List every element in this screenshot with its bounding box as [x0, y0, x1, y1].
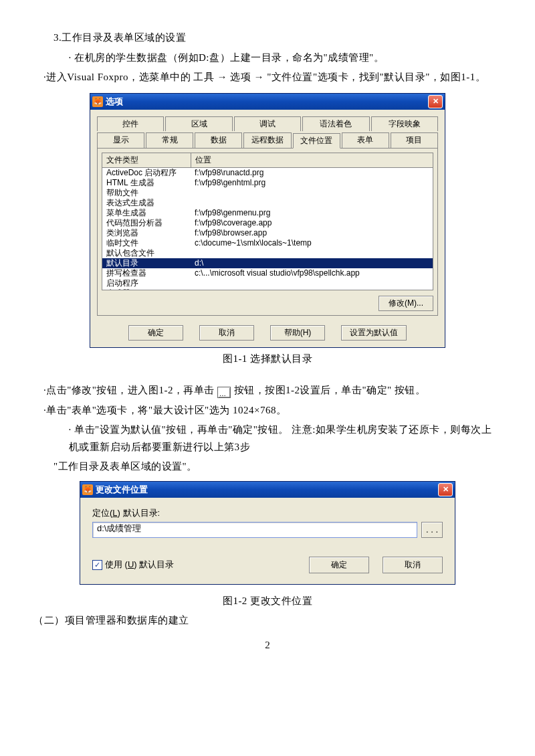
- col-filetype[interactable]: 文件类型: [102, 153, 191, 167]
- tabs-bottom-row: 显示 常规 数据 远程数据 文件位置 表单 项目: [97, 132, 438, 148]
- list-item: 临时文件c:\docume~1\smlx\locals~1\temp: [102, 238, 433, 248]
- modify-button[interactable]: 修改(M)...: [379, 296, 433, 311]
- list-item: 类浏览器f:\vfp98\browser.app: [102, 228, 433, 238]
- caption-2: 图1-2 更改文件位置: [33, 593, 502, 610]
- list-item: 生成器f:\vfp98\builder.app: [102, 288, 433, 290]
- list-item: 启动程序: [102, 278, 433, 288]
- tab-remotedata[interactable]: 远程数据: [243, 132, 291, 148]
- page-number: 2: [33, 640, 502, 651]
- list-item: 菜单生成器f:\vfp98\genmenu.prg: [102, 208, 433, 218]
- file-list[interactable]: ActiveDoc 启动程序f:\vfp98\runactd.prg HTML …: [102, 168, 433, 290]
- dialog2-title: 更改文件位置: [96, 484, 438, 496]
- para-2: ·进入Visual Foxpro，选菜单中的 工具 → 选项 → "文件位置"选…: [33, 69, 502, 86]
- locate-label: 定位(L) 默认目录:: [92, 507, 443, 519]
- list-item-selected: 默认目录d:\: [102, 258, 433, 268]
- list-item: 代码范围分析器f:\vfp98\coverage.app: [102, 218, 433, 228]
- app-icon: 🦊: [82, 484, 93, 495]
- section-2: （二）项目管理器和数据库的建立: [33, 612, 502, 630]
- col-location[interactable]: 位置: [191, 153, 433, 167]
- titlebar: 🦊 选项 ✕: [90, 94, 445, 110]
- modify-row: 修改(M)...: [102, 296, 433, 311]
- checkbox-label: 使用 (U) 默认目录: [105, 559, 174, 571]
- app-icon: 🦊: [92, 96, 103, 107]
- list-item: 拼写检查器c:\...\microsoft visual studio\vfp9…: [102, 268, 433, 278]
- browse-button[interactable]: . . .: [421, 522, 443, 538]
- tab-general[interactable]: 常规: [146, 132, 193, 148]
- tab-data[interactable]: 数据: [195, 132, 242, 148]
- help-button[interactable]: 帮助(H): [270, 325, 325, 341]
- list-item: 表达式生成器: [102, 198, 433, 208]
- path-input[interactable]: d:\成绩管理: [92, 522, 417, 538]
- ok-button[interactable]: 确定: [309, 557, 369, 573]
- tab-filelocation[interactable]: 文件位置: [293, 133, 340, 149]
- para-5: · 单击"设置为默认值"按钮，再单击"确定"按钮。 注意:如果学生机房安装了还原…: [33, 421, 502, 456]
- para-1: · 在机房的学生数据盘（例如D:盘）上建一目录，命名为"成绩管理"。: [33, 50, 502, 67]
- ok-button[interactable]: 确定: [128, 325, 183, 341]
- caption-1: 图1-1 选择默认目录: [33, 351, 502, 368]
- dialog-title: 选项: [106, 96, 428, 108]
- close-icon[interactable]: ✕: [428, 95, 443, 108]
- list-item: ActiveDoc 启动程序f:\vfp98\runactd.prg: [102, 168, 433, 178]
- setdefault-button[interactable]: 设置为默认值: [341, 325, 407, 341]
- tab-syntax[interactable]: 语法着色: [302, 116, 369, 131]
- list-header: 文件类型 位置: [102, 153, 433, 168]
- cancel-button[interactable]: 取消: [383, 557, 443, 573]
- para-3: ·点击"修改"按钮，进入图1-2，再单击 按钮，按图1-2设置后，单击"确定" …: [33, 382, 502, 399]
- tab-project[interactable]: 项目: [391, 132, 438, 148]
- file-location-panel: 文件类型 位置 ActiveDoc 启动程序f:\vfp98\runactd.p…: [97, 148, 438, 316]
- tab-display[interactable]: 显示: [97, 132, 144, 148]
- tabs-top-row: 控件 区域 调试 语法着色 字段映象: [97, 116, 438, 131]
- list-item: HTML 生成器f:\vfp98\genhtml.prg: [102, 178, 433, 188]
- list-item: 帮助文件: [102, 188, 433, 198]
- options-dialog: 🦊 选项 ✕ 控件 区域 调试 语法着色 字段映象 显示 常规 数据 远程数据 …: [90, 93, 445, 348]
- close-icon[interactable]: ✕: [438, 483, 453, 496]
- tab-controls[interactable]: 控件: [97, 116, 164, 131]
- para-4: ·单击"表单"选项卡，将"最大设计区"选为 1024×768。: [33, 402, 502, 419]
- tab-debug[interactable]: 调试: [234, 116, 301, 131]
- dialog-buttons: 确定 取消 帮助(H) 设置为默认值: [97, 325, 438, 341]
- list-item: 默认包含文件: [102, 248, 433, 258]
- titlebar-2: 🦊 更改文件位置 ✕: [80, 482, 455, 498]
- para-6: "工作目录及表单区域的设置"。: [33, 458, 502, 476]
- browse-icon: [217, 387, 231, 398]
- tab-region[interactable]: 区域: [165, 116, 232, 131]
- use-default-checkbox[interactable]: ✓: [92, 560, 102, 570]
- cancel-button[interactable]: 取消: [199, 325, 254, 341]
- heading-3: 3.工作目录及表单区域的设置: [33, 29, 502, 47]
- tab-fieldmap[interactable]: 字段映象: [371, 116, 438, 131]
- tab-form[interactable]: 表单: [342, 132, 389, 148]
- change-location-dialog: 🦊 更改文件位置 ✕ 定位(L) 默认目录: d:\成绩管理 . . . ✓ 使…: [80, 481, 455, 585]
